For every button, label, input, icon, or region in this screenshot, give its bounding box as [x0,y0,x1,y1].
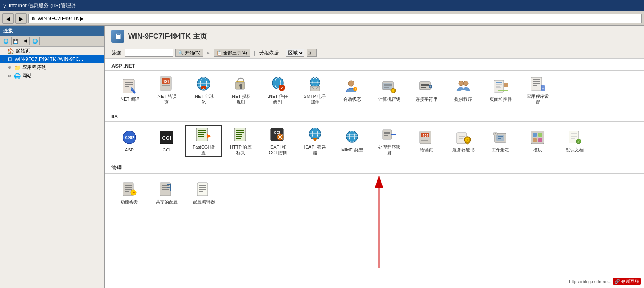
tree: 🏠 起始页 ▽ 🖥 WIN-9FC7IF494TK (WIN-9FC... ⊕ … [0,47,104,80]
conn-string-label: 连接字符串 [415,96,438,102]
icon-config-editor[interactable]: 配置编辑器 [185,177,222,209]
module-label: 模块 [533,147,542,153]
isapi-cgi-icon: CGI [270,126,286,143]
svg-point-31 [348,81,354,86]
toolbar-btn-3[interactable]: ✖ [21,37,30,45]
logo-icon: 🔗 [615,279,620,284]
svg-point-111 [467,139,469,141]
show-all-button[interactable]: 📋 全部显示(A) [214,49,250,57]
back-button[interactable]: ◀ [2,13,14,24]
smtp-icon [307,76,323,92]
http-response-label: HTTP 响应标头 [230,144,252,156]
default-doc-icon: ✓ [567,129,583,145]
tree-item-apppool[interactable]: ⊕ 📁 应用程序池 [6,63,104,72]
view-button[interactable]: ⊞ [307,49,317,57]
svg-text:CGI: CGI [162,135,171,141]
svg-rect-94 [383,130,392,139]
svg-rect-50 [496,82,502,83]
expand-icon-apppool: ⊕ [8,65,13,70]
filter-start-button[interactable]: 🔍 开始(G) [175,49,203,57]
icon-http-response[interactable]: HTTP 响应标头 [223,125,259,157]
icon-mime[interactable]: MIME 类型 [334,125,370,157]
expand-icon-server: ▽ [2,57,6,62]
icon-worker[interactable]: 工作进程 [482,125,519,157]
icon-feature-delegate[interactable]: 功能委派 [111,177,148,209]
svg-marker-73 [207,134,211,139]
svg-rect-54 [498,90,508,91]
config-editor-icon [196,181,212,197]
tree-item-server[interactable]: ▽ 🖥 WIN-9FC7IF494TK (WIN-9FC... [0,55,104,63]
provider-icon [455,79,471,95]
net-compile-label: .NET 编译 [119,96,140,102]
filter-bar: 筛选: 🔍 开始(G) ▸ 📋 全部显示(A) | 分组依据： 区域 ⊞ [105,47,644,59]
net-trust-label: .NET 信任级别 [268,93,288,105]
svg-rect-120 [533,133,537,137]
net-trust-icon: ✓ [270,76,286,92]
icon-error-page[interactable]: 404 错误页 [408,125,444,157]
toolbar-btn-4[interactable]: 🌐 [31,37,40,45]
tree-item-home[interactable]: 🏠 起始页 [0,47,104,55]
toolbar-btn-2[interactable]: 💾 [11,37,20,45]
icon-isapi-filter[interactable]: ISAPI 筛选器 [297,125,333,157]
svg-rect-53 [496,87,501,88]
separator: ▸ [207,50,210,56]
tree-item-website[interactable]: ⊕ 🌐 网站 [6,72,104,80]
tree-label-server: WIN-9FC7IF494TK (WIN-9FC... [15,56,83,62]
icon-app-settings[interactable]: 应用程序设置 [519,74,556,106]
session-label: 会话状态 [343,96,361,102]
icon-machine-key[interactable]: 计算机密钥 [371,74,407,106]
net-compile-icon [121,79,138,95]
icon-smtp[interactable]: SMTP 电子邮件 [297,74,333,106]
provider-label: 提供程序 [454,96,472,102]
fastcgi-icon [196,126,212,143]
svg-point-47 [459,81,463,86]
icon-net-global[interactable]: ✓ .NET 全球化 [185,74,222,106]
filter-input[interactable] [125,49,173,57]
icon-shared-config[interactable]: 共享的配置 [148,177,185,209]
toolbar-btn-1[interactable]: 🌐 [2,37,10,45]
http-response-icon [233,126,249,143]
mime-label: MIME 类型 [341,147,363,153]
icon-pages-ctrl[interactable]: 页面和控件 [482,74,519,106]
feature-delegate-label: 功能委派 [121,199,138,205]
content-icon: 🖥 [111,30,124,43]
section-aspnet: ASP .NET [105,59,644,71]
worker-icon [492,129,509,145]
icon-server-cert[interactable]: 服务器证书 [445,125,481,157]
svg-text:404: 404 [163,79,169,83]
content-header: 🖥 WIN-9FC7IF494TK 主页 [105,26,644,47]
asp-label: ASP [125,147,134,153]
conn-string-icon [418,79,434,95]
icon-net-error[interactable]: 404 .NET 错误页 [148,74,185,106]
icon-net-auth[interactable]: .NET 授权规则 [223,74,259,106]
pages-ctrl-label: 页面和控件 [490,96,512,102]
config-editor-label: 配置编辑器 [193,199,215,205]
svg-point-45 [429,85,430,87]
icon-module[interactable]: 模块 [519,125,556,157]
svg-rect-114 [496,135,504,141]
icon-provider[interactable]: 提供程序 [445,74,481,106]
tree-children: ⊕ 📁 应用程序池 ⊕ 🌐 网站 [0,63,104,80]
icon-net-compile[interactable]: .NET 编译 [111,74,148,106]
icon-fastcgi[interactable]: FastCGI 设置 [185,125,222,157]
shared-config-icon [158,181,175,197]
mime-icon [344,129,360,145]
watermark-logo: 🔗 创新互联 [613,278,641,285]
search-icon: 🔍 [178,50,184,56]
default-doc-label: 默认文档 [566,147,584,153]
svg-rect-122 [533,138,537,142]
forward-button[interactable]: ▶ [15,13,27,24]
icon-asp[interactable]: ASP ASP [111,125,148,157]
icon-default-doc[interactable]: ✓ 默认文档 [556,125,593,157]
svg-point-40 [392,89,394,92]
group-select[interactable]: 区域 [286,49,304,57]
app-icon: ? [3,2,6,9]
icon-session[interactable]: ! 会话状态 [334,74,370,106]
icon-isapi-cgi[interactable]: CGI ISAPI 和CGI 限制 [260,125,296,157]
expand-icon-website: ⊕ [8,74,13,78]
icon-handler[interactable]: 处理程序映射 [371,125,407,157]
icon-cgi[interactable]: CGI CGI [148,125,185,157]
content-body: ASP .NET .NET 编译 [105,59,644,288]
icon-conn-string[interactable]: 连接字符串 [408,74,444,106]
icon-net-trust[interactable]: ✓ .NET 信任级别 [260,74,296,106]
